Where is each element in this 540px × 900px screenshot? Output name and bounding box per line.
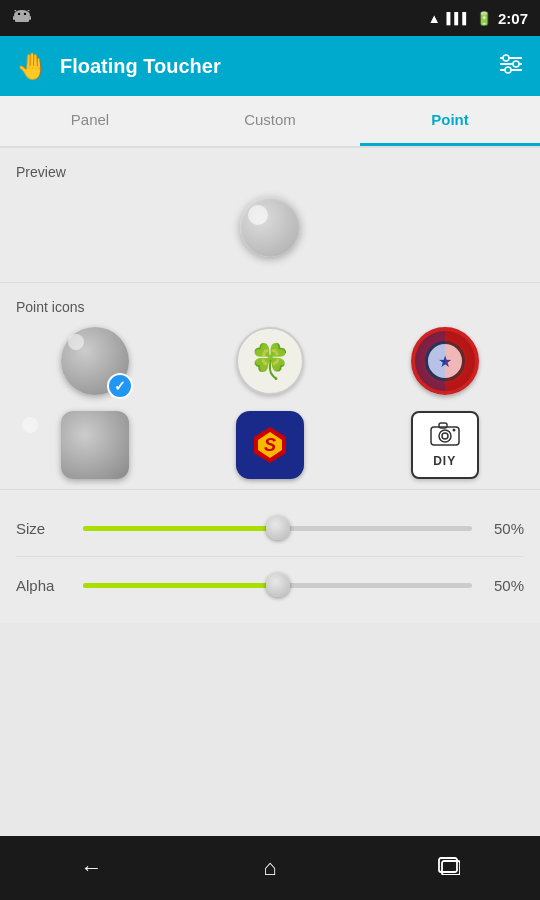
- svg-rect-5: [15, 15, 29, 22]
- svg-line-4: [28, 10, 30, 11]
- svg-text:S: S: [264, 435, 276, 455]
- tab-custom[interactable]: Custom: [180, 96, 360, 146]
- bottom-nav: ← ⌂: [0, 836, 540, 900]
- equalizer-icon: [498, 53, 524, 75]
- svg-point-11: [503, 55, 509, 61]
- alpha-label: Alpha: [16, 577, 71, 594]
- recents-button[interactable]: [414, 845, 484, 891]
- svg-point-2: [24, 13, 26, 15]
- alpha-slider-thumb[interactable]: [266, 573, 290, 597]
- preview-circle: [240, 197, 300, 257]
- svg-line-3: [14, 10, 16, 11]
- selected-checkmark: ✓: [107, 373, 133, 399]
- captain-icon: ★: [411, 327, 479, 395]
- home-button[interactable]: ⌂: [239, 845, 300, 891]
- point-icons-label: Point icons: [16, 299, 524, 315]
- preview-area: [16, 192, 524, 262]
- settings-button[interactable]: [498, 53, 524, 79]
- signal-icon: ▌▌▌: [447, 12, 470, 24]
- svg-point-18: [439, 430, 451, 442]
- svg-rect-6: [13, 16, 15, 20]
- size-slider-row: Size 50%: [16, 500, 524, 557]
- icon-item-gray-square[interactable]: [16, 411, 175, 479]
- size-label: Size: [16, 520, 71, 537]
- diy-icon: DIY: [411, 411, 479, 479]
- svg-point-13: [505, 67, 511, 73]
- tab-point[interactable]: Point: [360, 96, 540, 146]
- icon-item-gray-circle[interactable]: ✓: [16, 327, 175, 395]
- alpha-slider-row: Alpha 50%: [16, 557, 524, 613]
- diy-label: DIY: [433, 454, 456, 468]
- gray-square-icon: [61, 411, 129, 479]
- app-bar: 🤚 Floating Toucher: [0, 36, 540, 96]
- size-value: 50%: [484, 520, 524, 537]
- icon-item-diy[interactable]: DIY: [365, 411, 524, 479]
- icons-grid: ✓ 🍀 ★: [16, 327, 524, 479]
- status-bar: ▲ ▌▌▌ 🔋 2:07: [0, 0, 540, 36]
- preview-label: Preview: [16, 164, 524, 180]
- android-icon: [12, 10, 32, 26]
- tab-panel[interactable]: Panel: [0, 96, 180, 146]
- svg-point-19: [442, 433, 448, 439]
- clover-icon: 🍀: [236, 327, 304, 395]
- svg-point-12: [513, 61, 519, 67]
- status-bar-left: [12, 10, 32, 26]
- app-bar-title: Floating Toucher: [60, 55, 221, 78]
- preview-section: Preview: [0, 148, 540, 283]
- app-icon: 🤚: [16, 51, 48, 82]
- size-slider[interactable]: [83, 518, 472, 538]
- point-icons-section: Point icons ✓ 🍀 ★: [0, 283, 540, 490]
- back-button[interactable]: ←: [56, 845, 126, 891]
- size-slider-thumb[interactable]: [266, 516, 290, 540]
- icon-item-clover[interactable]: 🍀: [191, 327, 350, 395]
- alpha-slider[interactable]: [83, 575, 472, 595]
- svg-rect-7: [29, 16, 31, 20]
- icon-item-superman[interactable]: S: [191, 411, 350, 479]
- battery-icon: 🔋: [476, 11, 492, 26]
- svg-point-21: [452, 429, 455, 432]
- main-content: Preview Point icons ✓ 🍀: [0, 148, 540, 623]
- tabs: Panel Custom Point: [0, 96, 540, 148]
- status-time: 2:07: [498, 10, 528, 27]
- app-bar-left: 🤚 Floating Toucher: [16, 51, 221, 82]
- wifi-icon: ▲: [428, 11, 441, 26]
- alpha-value: 50%: [484, 577, 524, 594]
- status-bar-right: ▲ ▌▌▌ 🔋 2:07: [428, 10, 528, 27]
- icon-item-captain[interactable]: ★: [365, 327, 524, 395]
- svg-point-1: [18, 13, 20, 15]
- svg-rect-20: [439, 423, 447, 428]
- sliders-section: Size 50% Alpha 50%: [0, 490, 540, 623]
- superman-icon: S: [236, 411, 304, 479]
